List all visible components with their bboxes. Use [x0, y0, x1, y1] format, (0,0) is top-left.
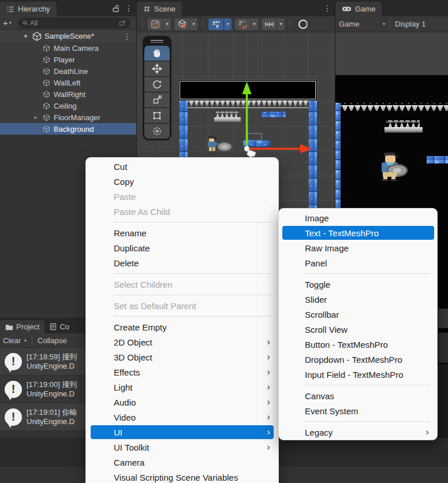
- foldout-icon[interactable]: ►: [33, 115, 43, 120]
- submenu-item[interactable]: Canvas ›: [279, 388, 437, 403]
- menu-item-label: Scroll View: [305, 325, 348, 335]
- draw-mode-dropdown[interactable]: ▾: [163, 18, 171, 30]
- move-tool-button[interactable]: [144, 61, 170, 76]
- shaded-cube-icon[interactable]: [174, 18, 189, 30]
- submenu-item[interactable]: Input Field - TextMeshPro ›: [279, 367, 437, 382]
- context-menu-item[interactable]: Duplicate ›: [86, 240, 278, 255]
- hierarchy-item[interactable]: ► Background: [0, 123, 136, 135]
- rect-tool-button[interactable]: [144, 108, 170, 123]
- clear-button[interactable]: Clear: [3, 336, 21, 345]
- tab-game[interactable]: Game: [335, 2, 382, 16]
- hierarchy-kebab-menu-icon[interactable]: ⋮: [125, 4, 133, 12]
- search-icon: [23, 20, 28, 27]
- lock-open-icon[interactable]: [112, 4, 120, 12]
- game-view-dropdown[interactable]: Game ▾: [339, 20, 385, 28]
- submenu-item[interactable]: Toggle ›: [279, 277, 437, 292]
- hierarchy-search-field[interactable]: [30, 19, 117, 27]
- hierarchy-item[interactable]: ► DeathLine: [0, 65, 136, 77]
- clear-dropdown-icon[interactable]: ▾: [24, 338, 27, 343]
- submenu-item[interactable]: Panel ›: [279, 255, 437, 270]
- rotate-tool-button[interactable]: [144, 77, 170, 92]
- hierarchy-search-input[interactable]: [18, 18, 130, 28]
- menu-item-label: Dropdown - TextMeshPro: [305, 355, 402, 365]
- submenu-item[interactable]: Scroll View ›: [279, 322, 437, 337]
- context-menu-item[interactable]: 3D Object ›: [86, 350, 278, 365]
- submenu-item[interactable]: Scrollbar ›: [279, 307, 437, 322]
- hierarchy-item[interactable]: ► FloorManager: [0, 112, 136, 123]
- context-menu-item[interactable]: Create Empty ›: [86, 319, 278, 335]
- scene-name-label: SampleScene*: [44, 32, 94, 40]
- submenu-item[interactable]: Raw Image ›: [279, 240, 437, 255]
- context-menu-item[interactable]: Copy ›: [86, 174, 278, 189]
- gameobject-cube-icon: [43, 91, 50, 98]
- shading-dropdown[interactable]: ▾: [190, 18, 197, 30]
- submenu-item[interactable]: Image ›: [279, 210, 437, 225]
- toolbar-separator: [290, 20, 290, 28]
- move-icon: [152, 64, 162, 74]
- grid-snap-toggle[interactable]: ▾: [235, 18, 258, 30]
- gameobject-cube-icon: [43, 125, 50, 133]
- gameobject-cube-icon: [43, 44, 50, 52]
- context-menu-item: Set as Default Parent ›: [86, 298, 278, 313]
- hierarchy-item-label: DeathLine: [54, 67, 88, 76]
- draw-mode-icon[interactable]: [148, 18, 163, 30]
- context-menu-item[interactable]: Cut ›: [86, 159, 278, 174]
- grid-size-dropdown[interactable]: ▾: [277, 18, 285, 30]
- context-menu-item[interactable]: Video ›: [86, 410, 278, 425]
- context-menu-item[interactable]: Rename ›: [86, 225, 278, 240]
- draw-mode-button[interactable]: ▾: [148, 18, 171, 30]
- context-menu-item[interactable]: 2D Object ›: [86, 335, 278, 350]
- hierarchy-item[interactable]: ► WallRight: [0, 88, 136, 100]
- tab-console[interactable]: Co: [44, 320, 74, 333]
- context-menu-item[interactable]: Visual Scripting Scene Variables ›: [86, 470, 278, 483]
- transform-tool-button[interactable]: [144, 124, 170, 139]
- submenu-item[interactable]: Event System ›: [279, 403, 437, 418]
- menu-item-label: Effects: [114, 367, 140, 377]
- menu-item-label: Scrollbar: [305, 310, 339, 319]
- context-menu-item[interactable]: Delete ›: [86, 255, 278, 270]
- gameobject-cube-icon: [43, 102, 50, 110]
- grid-axis-toggle[interactable]: Y ▾: [208, 18, 232, 30]
- context-menu-item[interactable]: Light ›: [86, 380, 278, 395]
- context-menu-item[interactable]: Camera ›: [86, 455, 278, 470]
- palette-drag-handle[interactable]: [144, 38, 170, 45]
- hierarchy-item[interactable]: ► Player: [0, 54, 136, 65]
- tab-hierarchy[interactable]: Hierarchy: [0, 2, 57, 16]
- shading-mode-button[interactable]: ▾: [174, 18, 197, 30]
- scene-kebab-menu-icon[interactable]: ⋮: [123, 32, 131, 40]
- collapse-button[interactable]: Collapse: [38, 336, 67, 345]
- scene-panel-kebab-icon[interactable]: ⋮: [323, 4, 331, 12]
- scene-foldout-icon[interactable]: ▼: [23, 34, 32, 39]
- open-search-window-icon[interactable]: [119, 20, 126, 27]
- ruler-icon[interactable]: [262, 18, 277, 30]
- tab-scene[interactable]: Scene: [137, 2, 182, 16]
- hierarchy-item[interactable]: ► Main Camera: [0, 42, 136, 54]
- grid-snap-dropdown[interactable]: ▾: [251, 18, 258, 30]
- tab-project[interactable]: Project: [0, 320, 44, 333]
- context-menu-item[interactable]: UI Toolkit ›: [86, 440, 278, 455]
- submenu-item[interactable]: Text - TextMeshPro ›: [279, 225, 437, 240]
- menu-item-label: Video: [114, 413, 136, 422]
- grid-y-icon[interactable]: Y: [208, 18, 223, 30]
- grid-snap-icon[interactable]: [235, 18, 250, 30]
- tab-game-label: Game: [355, 5, 375, 13]
- context-menu-item[interactable]: Audio ›: [86, 395, 278, 410]
- submenu-item[interactable]: Button - TextMeshPro ›: [279, 337, 437, 352]
- grid-size-button[interactable]: ▾: [262, 18, 285, 30]
- render-doodad-icon[interactable]: [298, 19, 308, 29]
- folder-icon: [5, 324, 13, 330]
- grid-axis-dropdown[interactable]: ▾: [224, 18, 232, 30]
- context-menu-item[interactable]: Effects ›: [86, 365, 278, 380]
- hand-tool-button[interactable]: [144, 46, 170, 61]
- submenu-item[interactable]: Legacy ›: [279, 425, 437, 440]
- unity-editor-window: Hierarchy ⋮ + ▾: [0, 0, 448, 483]
- hierarchy-item[interactable]: ► WallLeft: [0, 77, 136, 88]
- scene-header-row[interactable]: ▼ SampleScene* ⋮: [0, 30, 136, 42]
- scale-tool-button[interactable]: [144, 92, 170, 107]
- display-dropdown[interactable]: Display 1: [395, 20, 425, 28]
- submenu-item[interactable]: Dropdown - TextMeshPro ›: [279, 352, 437, 367]
- hierarchy-item[interactable]: ► Ceiling: [0, 100, 136, 112]
- create-object-button[interactable]: + ▾: [3, 18, 12, 28]
- context-menu-item[interactable]: UI ›: [86, 425, 278, 440]
- submenu-item[interactable]: Slider ›: [279, 292, 437, 307]
